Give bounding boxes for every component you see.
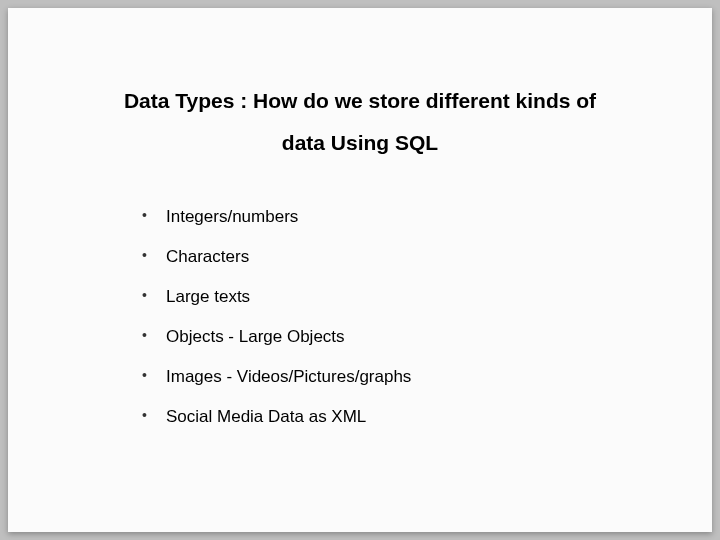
list-item-text: Integers/numbers [166,207,298,226]
list-item-text: Images - Videos/Pictures/graphs [166,367,411,386]
list-item-text: Large texts [166,287,250,306]
list-item: Characters [142,246,712,268]
slide-title: Data Types : How do we store different k… [8,80,712,188]
title-line-1: Data Types : How do we store different k… [124,89,596,112]
list-item: Images - Videos/Pictures/graphs [142,366,712,388]
title-line-2: data Using SQL [282,131,438,154]
list-item: Objects - Large Objects [142,326,712,348]
list-item: Integers/numbers [142,206,712,228]
list-item-text: Objects - Large Objects [166,327,345,346]
list-item: Social Media Data as XML [142,406,712,428]
bullet-list: Integers/numbers Characters Large texts … [8,188,712,429]
list-item: Large texts [142,286,712,308]
list-item-text: Characters [166,247,249,266]
slide: Data Types : How do we store different k… [8,8,712,532]
list-item-text: Social Media Data as XML [166,407,366,426]
